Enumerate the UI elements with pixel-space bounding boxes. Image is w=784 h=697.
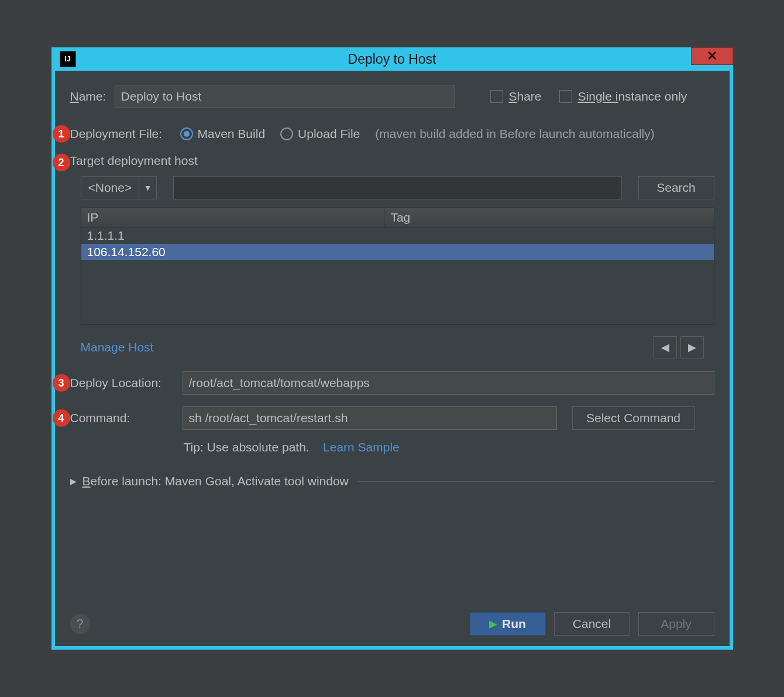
name-label: Name: xyxy=(70,89,115,103)
tip-row: Tip: Use absolute path. Learn Sample xyxy=(184,440,714,454)
table-row[interactable]: 106.14.152.60 xyxy=(81,244,714,260)
cell-tag xyxy=(385,229,708,243)
manage-host-link[interactable]: Manage Host xyxy=(81,340,154,354)
command-label: Command: xyxy=(70,411,183,425)
upload-file-label[interactable]: Upload File xyxy=(298,127,360,141)
tip-text: Tip: Use absolute path. xyxy=(184,440,310,454)
th-ip[interactable]: IP xyxy=(81,208,385,227)
deploy-location-label: Deploy Location: xyxy=(70,376,183,390)
pager: ◀ ▶ xyxy=(654,336,704,358)
annotation-badge-1: 1 xyxy=(53,125,70,143)
maven-build-radio[interactable] xyxy=(180,127,193,140)
window-title: Deploy to Host xyxy=(348,51,436,67)
name-input[interactable] xyxy=(115,85,455,108)
deployment-file-hint: (maven build added in Before launch auto… xyxy=(375,127,654,141)
before-launch-label[interactable]: Before launch: Maven Goal, Activate tool… xyxy=(82,474,349,488)
dialog-content: Name: Share Single instance only 1 Deplo… xyxy=(55,71,730,646)
cell-ip: 1.1.1.1 xyxy=(87,229,385,243)
name-row: Name: Share Single instance only xyxy=(70,85,714,108)
annotation-badge-3: 3 xyxy=(53,374,70,392)
upload-file-radio[interactable] xyxy=(280,127,293,140)
deploy-location-input[interactable] xyxy=(183,371,714,395)
table-header: IP Tag xyxy=(81,208,714,227)
select-command-button[interactable]: Select Command xyxy=(572,406,695,430)
th-tag[interactable]: Tag xyxy=(384,208,713,227)
table-row[interactable]: 1.1.1.1 xyxy=(81,227,714,244)
command-row: 4 Command: Select Command xyxy=(70,406,714,430)
prev-button[interactable]: ◀ xyxy=(654,336,677,358)
cancel-button[interactable]: Cancel xyxy=(554,612,630,636)
annotation-badge-4: 4 xyxy=(53,409,70,427)
next-button[interactable]: ▶ xyxy=(680,336,704,358)
run-label: Run xyxy=(502,617,526,631)
help-button[interactable]: ? xyxy=(70,614,90,634)
cell-tag xyxy=(385,245,708,259)
cell-ip: 106.14.152.60 xyxy=(87,245,385,259)
target-host-label: Target deployment host xyxy=(70,154,198,167)
before-launch-row: ▶ Before launch: Maven Goal, Activate to… xyxy=(70,474,714,488)
deploy-location-row: 3 Deploy Location: xyxy=(70,371,714,395)
single-instance-checkbox[interactable] xyxy=(559,90,572,103)
host-search-input[interactable] xyxy=(173,176,621,199)
deployment-file-row: 1 Deployment File: Maven Build Upload Fi… xyxy=(70,127,714,141)
manage-row: Manage Host ◀ ▶ xyxy=(81,336,704,358)
learn-sample-link[interactable]: Learn Sample xyxy=(323,440,400,454)
host-dropdown-value: <None> xyxy=(81,177,139,199)
command-input[interactable] xyxy=(183,406,557,430)
share-label[interactable]: Share xyxy=(509,89,542,103)
run-button[interactable]: ▶ Run xyxy=(470,612,546,636)
host-dropdown[interactable]: <None> ▼ xyxy=(81,176,157,199)
host-controls: <None> ▼ Search xyxy=(81,176,714,199)
apply-button[interactable]: Apply xyxy=(638,612,714,636)
disclosure-triangle-icon[interactable]: ▶ xyxy=(70,477,77,486)
close-icon: ✕ xyxy=(707,49,717,64)
titlebar: IJ Deploy to Host ✕ xyxy=(51,47,733,71)
share-checkbox[interactable] xyxy=(490,90,503,103)
chevron-left-icon: ◀ xyxy=(661,341,669,354)
annotation-badge-2: 2 xyxy=(53,154,70,171)
intellij-icon: IJ xyxy=(60,51,76,67)
target-host-header: 2 Target deployment host xyxy=(70,154,714,168)
table-body: 1.1.1.1 106.14.152.60 xyxy=(81,227,714,324)
dialog-window: IJ Deploy to Host ✕ Name: Share Single i… xyxy=(51,47,733,650)
help-icon: ? xyxy=(76,616,83,632)
divider xyxy=(357,481,714,482)
maven-build-label[interactable]: Maven Build xyxy=(198,127,266,141)
chevron-right-icon: ▶ xyxy=(688,341,696,354)
chevron-down-icon: ▼ xyxy=(139,177,156,199)
dialog-footer: ? ▶ Run Cancel Apply xyxy=(70,612,714,636)
close-button[interactable]: ✕ xyxy=(691,47,733,65)
single-instance-label[interactable]: Single instance only xyxy=(578,89,687,103)
host-table: IP Tag 1.1.1.1 106.14.152.60 xyxy=(81,208,714,325)
deployment-file-label: Deployment File: xyxy=(70,127,180,141)
search-button[interactable]: Search xyxy=(638,176,714,199)
play-icon: ▶ xyxy=(489,617,497,630)
